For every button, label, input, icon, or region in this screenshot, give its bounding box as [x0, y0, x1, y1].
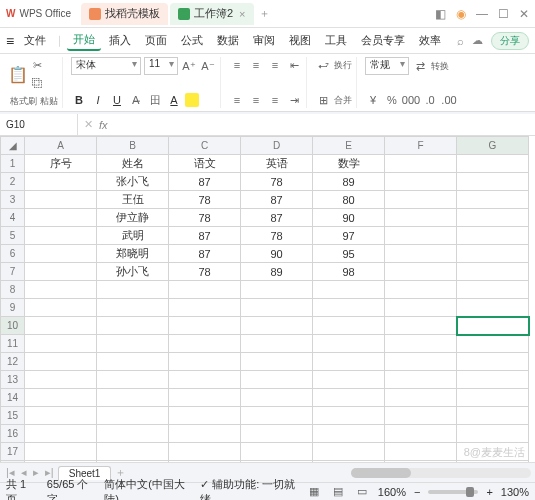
menu-start[interactable]: 开始 — [67, 30, 101, 51]
dec-inc-icon[interactable]: .0 — [422, 92, 438, 108]
cell-E5[interactable]: 97 — [313, 227, 385, 245]
hamburger-icon[interactable]: ≡ — [6, 33, 14, 49]
convert-icon[interactable]: ⇄ — [412, 58, 428, 74]
cell-D12[interactable] — [241, 353, 313, 371]
cell-A11[interactable] — [25, 335, 97, 353]
fontsize-select[interactable]: 11 — [144, 57, 178, 75]
cell-E4[interactable]: 90 — [313, 209, 385, 227]
menu-formula[interactable]: 公式 — [175, 31, 209, 50]
align-bot-icon[interactable]: ≡ — [267, 57, 283, 73]
cell-G13[interactable] — [457, 371, 529, 389]
cell-F3[interactable] — [385, 191, 457, 209]
copy-icon[interactable]: ⿻ — [29, 75, 45, 91]
cell-C7[interactable]: 78 — [169, 263, 241, 281]
cell-C1[interactable]: 语文 — [169, 155, 241, 173]
cell-B3[interactable]: 王伍 — [97, 191, 169, 209]
format-painter-label[interactable]: 格式刷 — [10, 95, 37, 108]
cell-D8[interactable] — [241, 281, 313, 299]
italic-icon[interactable]: I — [90, 92, 106, 108]
search-icon[interactable]: ⌕ — [457, 35, 464, 47]
row-header-4[interactable]: 4 — [1, 209, 25, 227]
cell-E15[interactable] — [313, 407, 385, 425]
cell-E1[interactable]: 数学 — [313, 155, 385, 173]
cell-E8[interactable] — [313, 281, 385, 299]
cell-B13[interactable] — [97, 371, 169, 389]
currency-icon[interactable]: ¥ — [365, 92, 381, 108]
cell-D9[interactable] — [241, 299, 313, 317]
strike-icon[interactable]: A̶ — [128, 92, 144, 108]
cell-A8[interactable] — [25, 281, 97, 299]
row-header-17[interactable]: 17 — [1, 443, 25, 461]
cell-D15[interactable] — [241, 407, 313, 425]
minimize-icon[interactable]: — — [476, 7, 488, 21]
cell-A5[interactable] — [25, 227, 97, 245]
cell-A1[interactable]: 序号 — [25, 155, 97, 173]
cell-G9[interactable] — [457, 299, 529, 317]
cell-B6[interactable]: 郑晓明 — [97, 245, 169, 263]
zoom-level-2[interactable]: 130% — [501, 486, 529, 498]
cell-A7[interactable] — [25, 263, 97, 281]
cell-F12[interactable] — [385, 353, 457, 371]
cell-E6[interactable]: 95 — [313, 245, 385, 263]
cut-icon[interactable]: ✂ — [29, 57, 45, 73]
row-header-15[interactable]: 15 — [1, 407, 25, 425]
close-window-icon[interactable]: ✕ — [519, 7, 529, 21]
cell-E13[interactable] — [313, 371, 385, 389]
cell-G4[interactable] — [457, 209, 529, 227]
cell-D6[interactable]: 90 — [241, 245, 313, 263]
col-header-F[interactable]: F — [385, 137, 457, 155]
col-header-C[interactable]: C — [169, 137, 241, 155]
cell-C11[interactable] — [169, 335, 241, 353]
cell-F13[interactable] — [385, 371, 457, 389]
cell-G14[interactable] — [457, 389, 529, 407]
cell-C2[interactable]: 87 — [169, 173, 241, 191]
thousand-icon[interactable]: 000 — [403, 92, 419, 108]
cell-D3[interactable]: 87 — [241, 191, 313, 209]
zoom-in-icon[interactable]: + — [486, 486, 492, 498]
cell-B12[interactable] — [97, 353, 169, 371]
cell-B7[interactable]: 孙小飞 — [97, 263, 169, 281]
fillcolor-icon[interactable] — [185, 93, 199, 107]
cell-C4[interactable]: 78 — [169, 209, 241, 227]
cell-E7[interactable]: 98 — [313, 263, 385, 281]
indent-inc-icon[interactable]: ⇥ — [286, 92, 302, 108]
cell-F11[interactable] — [385, 335, 457, 353]
cell-C12[interactable] — [169, 353, 241, 371]
cell-D17[interactable] — [241, 443, 313, 461]
cell-F17[interactable] — [385, 443, 457, 461]
cell-B11[interactable] — [97, 335, 169, 353]
cell-E14[interactable] — [313, 389, 385, 407]
cell-E11[interactable] — [313, 335, 385, 353]
cell-F10[interactable] — [385, 317, 457, 335]
menu-review[interactable]: 审阅 — [247, 31, 281, 50]
cell-A4[interactable] — [25, 209, 97, 227]
cell-F4[interactable] — [385, 209, 457, 227]
status-lang[interactable]: 简体中文(中国大陆) — [104, 477, 190, 501]
doc-tab-templates[interactable]: 找稻壳模板 — [81, 3, 168, 25]
cell-G7[interactable] — [457, 263, 529, 281]
menu-data[interactable]: 数据 — [211, 31, 245, 50]
cell-G2[interactable] — [457, 173, 529, 191]
doc-tab-workbook[interactable]: 工作簿2× — [170, 3, 254, 25]
numformat-select[interactable]: 常规 — [365, 57, 409, 75]
view-page-icon[interactable]: ▤ — [330, 484, 346, 500]
cell-G11[interactable] — [457, 335, 529, 353]
cell-F5[interactable] — [385, 227, 457, 245]
cloud-sync-icon[interactable]: ☁ — [472, 34, 483, 47]
cell-D1[interactable]: 英语 — [241, 155, 313, 173]
cell-A17[interactable] — [25, 443, 97, 461]
spreadsheet-grid[interactable]: ◢ABCDEFG1序号姓名语文英语数学2张小飞8778893王伍7887804伊… — [0, 136, 535, 466]
col-header-A[interactable]: A — [25, 137, 97, 155]
cell-F8[interactable] — [385, 281, 457, 299]
cell-C9[interactable] — [169, 299, 241, 317]
wrap-icon[interactable]: ⮐ — [315, 57, 331, 73]
zoom-out-icon[interactable]: − — [414, 486, 420, 498]
underline-icon[interactable]: U — [109, 92, 125, 108]
share-button[interactable]: 分享 — [491, 32, 529, 50]
row-header-10[interactable]: 10 — [1, 317, 25, 335]
cell-A13[interactable] — [25, 371, 97, 389]
hscroll-thumb[interactable] — [351, 468, 411, 478]
cell-C16[interactable] — [169, 425, 241, 443]
zoom-thumb[interactable] — [466, 487, 474, 497]
align-top-icon[interactable]: ≡ — [229, 57, 245, 73]
